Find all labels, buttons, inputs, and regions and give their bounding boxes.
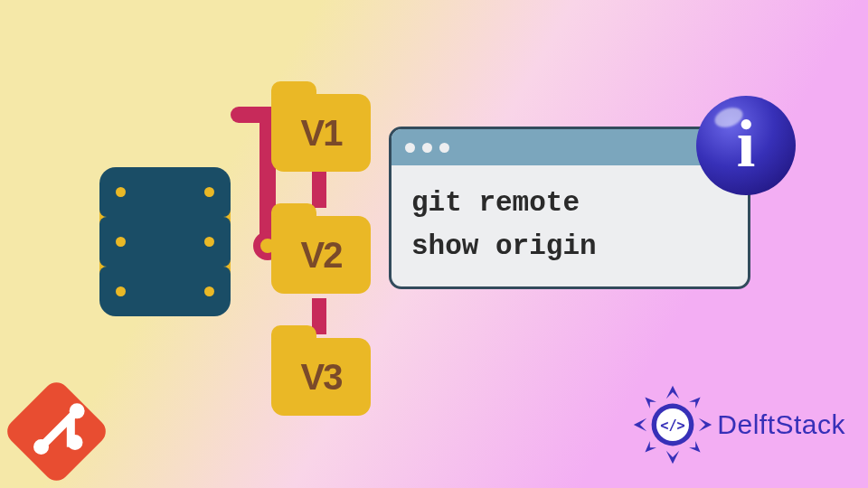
- folder-connector: [312, 172, 326, 208]
- connector-horizontal: [231, 107, 276, 123]
- svg-marker-1: [666, 451, 679, 464]
- led-icon: [116, 286, 126, 296]
- svg-marker-2: [634, 418, 646, 431]
- server-icon: [99, 167, 231, 316]
- led-icon: [116, 187, 126, 197]
- terminal-body: git remote show origin: [392, 165, 748, 285]
- window-control-icon: [439, 143, 449, 153]
- diagram-canvas: V1 V2 V3 git remote show origin i: [0, 0, 868, 488]
- code-glyph: </>: [660, 418, 685, 434]
- folder-v3: V3: [271, 325, 371, 416]
- server-rack-3: [99, 267, 231, 316]
- terminal-line-1: git remote: [411, 182, 728, 225]
- delftstack-logo: </> DelftStack: [632, 384, 845, 465]
- window-titlebar: [392, 129, 748, 165]
- git-logo-icon: [2, 377, 110, 485]
- window-control-icon: [422, 143, 432, 153]
- folder-v2: V2: [271, 203, 371, 294]
- led-icon: [116, 237, 126, 247]
- delftstack-badge-icon: </>: [632, 384, 713, 465]
- led-icon: [204, 286, 214, 296]
- svg-marker-3: [699, 418, 712, 431]
- led-icon: [204, 187, 214, 197]
- folder-label: V1: [271, 94, 371, 172]
- led-icon: [204, 237, 214, 247]
- server-rack-1: [99, 167, 231, 217]
- svg-marker-7: [689, 441, 701, 453]
- svg-marker-6: [646, 441, 657, 453]
- svg-marker-5: [689, 397, 701, 408]
- svg-marker-0: [666, 386, 679, 399]
- window-control-icon: [405, 143, 415, 153]
- svg-marker-4: [646, 397, 657, 408]
- info-icon: i: [696, 96, 796, 195]
- server-rack-2: [99, 217, 231, 267]
- terminal-line-2: show origin: [411, 225, 728, 268]
- folder-label: V3: [271, 338, 371, 416]
- info-glyph: i: [737, 106, 756, 183]
- folder-label: V2: [271, 216, 371, 294]
- folder-v1: V1: [271, 81, 371, 172]
- brand-name: DelftStack: [717, 409, 845, 440]
